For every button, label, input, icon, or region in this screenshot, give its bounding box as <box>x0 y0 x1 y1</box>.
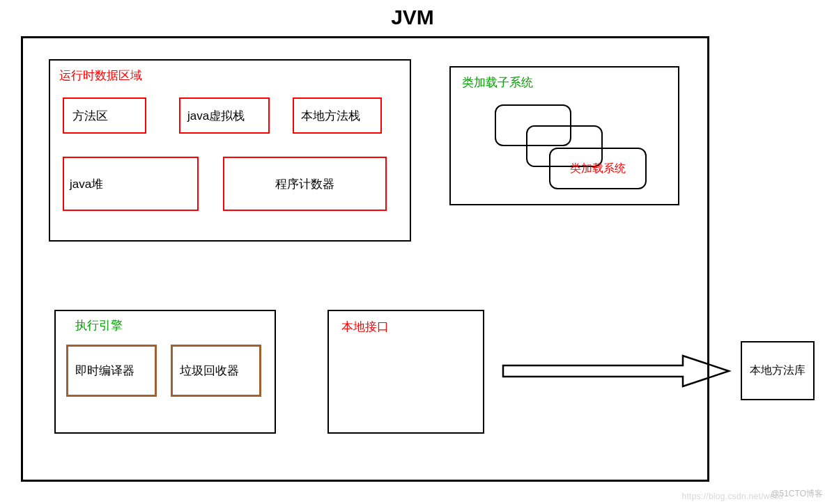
watermark-51cto: @51CTO博客 <box>771 488 823 500</box>
jvm-stack-box: java虚拟栈 <box>179 97 270 134</box>
runtime-data-area-title: 运行时数据区域 <box>59 68 142 84</box>
program-counter-box: 程序计数器 <box>223 157 387 211</box>
garbage-collector-box: 垃圾回收器 <box>171 345 261 397</box>
jit-compiler-box: 即时编译器 <box>66 345 157 397</box>
native-interface-title: 本地接口 <box>341 319 389 335</box>
loader-shape-3: 类加载系统 <box>549 148 647 189</box>
diagram-title: JVM <box>0 6 825 29</box>
method-area-box: 方法区 <box>63 97 146 134</box>
native-method-stack-box: 本地方法栈 <box>293 97 382 134</box>
java-heap-box: java堆 <box>63 157 199 211</box>
watermark-csdn: https://blog.csdn.net/weixi <box>681 491 783 501</box>
runtime-data-area-box <box>49 59 411 242</box>
class-loader-subsystem-title: 类加载子系统 <box>462 74 533 90</box>
arrow-icon <box>502 352 732 391</box>
native-method-library-box: 本地方法库 <box>741 341 815 400</box>
execution-engine-title: 执行引擎 <box>75 317 123 333</box>
